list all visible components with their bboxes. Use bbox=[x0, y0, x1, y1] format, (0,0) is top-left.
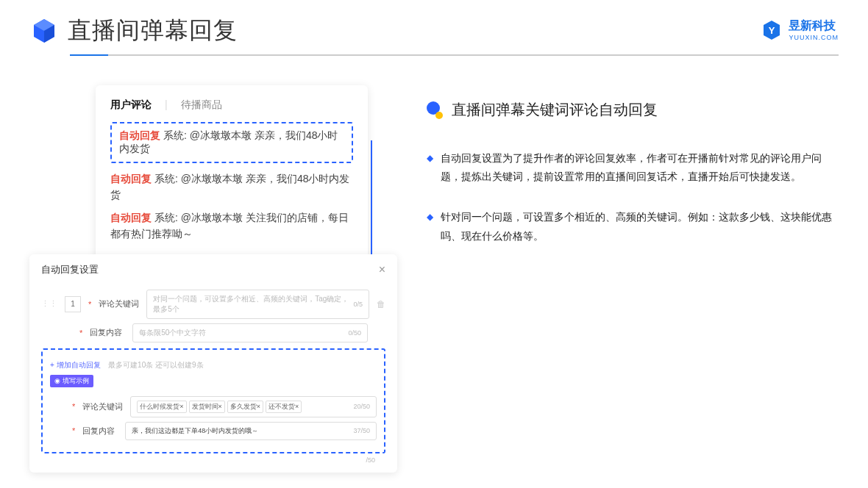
delete-icon[interactable]: 🗑 bbox=[377, 299, 385, 309]
comment-row: 自动回复系统: @冰墩墩本墩 关注我们的店铺，每日都有热门推荐呦～ bbox=[110, 209, 353, 243]
example-content-label: 回复内容 bbox=[82, 426, 118, 437]
bullet-icon bbox=[427, 101, 444, 119]
comments-panel: 用户评论 | 待播商品 自动回复系统: @冰墩墩本墩 亲亲，我们48小时内发货 … bbox=[96, 85, 368, 262]
brand-name-en: YUUXIN.COM bbox=[789, 34, 839, 41]
section-subtitle: 直播间弹幕关键词评论自动回复 bbox=[452, 100, 658, 120]
add-auto-reply-link[interactable]: + 增加自动回复 bbox=[50, 361, 101, 369]
rule-number: 1 bbox=[65, 296, 81, 312]
limit-hint: 最多可建10条 还可以创建9条 bbox=[108, 361, 203, 369]
auto-reply-settings-panel: 自动回复设置 × ⋮⋮ 1 * 评论关键词 对同一个问题，可设置多个相近、高频的… bbox=[29, 254, 397, 473]
tab-user-comments[interactable]: 用户评论 bbox=[110, 98, 152, 112]
auto-reply-tag: 自动回复 bbox=[110, 173, 152, 184]
comment-row: 自动回复系统: @冰墩墩本墩 亲亲，我们48小时内发货 bbox=[110, 171, 353, 204]
bullet-point: 自动回复设置为了提升作者的评论回复效率，作者可在开播前针对常见的评论用户问题，提… bbox=[427, 149, 839, 186]
cube-icon bbox=[29, 16, 59, 46]
page-title: 直播间弹幕回复 bbox=[68, 15, 238, 47]
outer-counter: /50 bbox=[41, 453, 385, 464]
bullet-point: 针对同一个问题，可设置多个相近的、高频的关键词。例如：这款多少钱、这块能优惠吗、… bbox=[427, 208, 839, 245]
highlighted-comment: 自动回复系统: @冰墩墩本墩 亲亲，我们48小时内发货 bbox=[110, 122, 353, 163]
keyword-label: 评论关键词 bbox=[99, 298, 139, 309]
tab-pending-goods[interactable]: 待播商品 bbox=[181, 98, 222, 112]
keyword-tag: 还不发货× bbox=[266, 401, 302, 413]
slide-header: 直播间弹幕回复 bbox=[0, 0, 868, 54]
keyword-tag: 发货时间× bbox=[189, 401, 225, 413]
panel-title: 自动回复设置 bbox=[41, 263, 99, 276]
example-badge: ◉ 填写示例 bbox=[50, 375, 93, 387]
close-icon[interactable]: × bbox=[379, 263, 385, 276]
keyword-tag: 多久发货× bbox=[227, 401, 263, 413]
content-label: 回复内容 bbox=[90, 327, 125, 338]
example-content-input: 亲，我们这边都是下单48小时内发货的哦～ 37/50 bbox=[125, 422, 377, 440]
keyword-input[interactable]: 对同一个问题，可设置多个相近、高频的关键词，Tag确定，最多5个 0/5 bbox=[146, 290, 369, 319]
example-highlight: + 增加自动回复 最多可建10条 还可以创建9条 ◉ 填写示例 * 评论关键词 … bbox=[41, 348, 385, 453]
svg-text:Y: Y bbox=[769, 25, 775, 36]
content-input[interactable]: 每条限50个中文字符 0/50 bbox=[132, 323, 368, 342]
tab-separator: | bbox=[165, 98, 168, 112]
auto-reply-tag: 自动回复 bbox=[119, 129, 160, 141]
keyword-tag: 什么时候发货× bbox=[137, 401, 186, 413]
example-keyword-input: 什么时候发货×发货时间×多久发货×还不发货× 20/50 bbox=[130, 396, 377, 417]
screenshot-composite: 用户评论 | 待播商品 自动回复系统: @冰墩墩本墩 亲亲，我们48小时内发货 … bbox=[29, 85, 397, 473]
description-panel: 直播间弹幕关键词评论自动回复 自动回复设置为了提升作者的评论回复效率，作者可在开… bbox=[427, 85, 839, 473]
auto-reply-tag: 自动回复 bbox=[110, 212, 152, 223]
brand-name-cn: 昱新科技 bbox=[789, 18, 839, 34]
example-keyword-label: 评论关键词 bbox=[82, 401, 123, 412]
brand-icon: Y bbox=[761, 19, 783, 41]
brand-logo: Y 昱新科技 YUUXIN.COM bbox=[761, 18, 839, 41]
